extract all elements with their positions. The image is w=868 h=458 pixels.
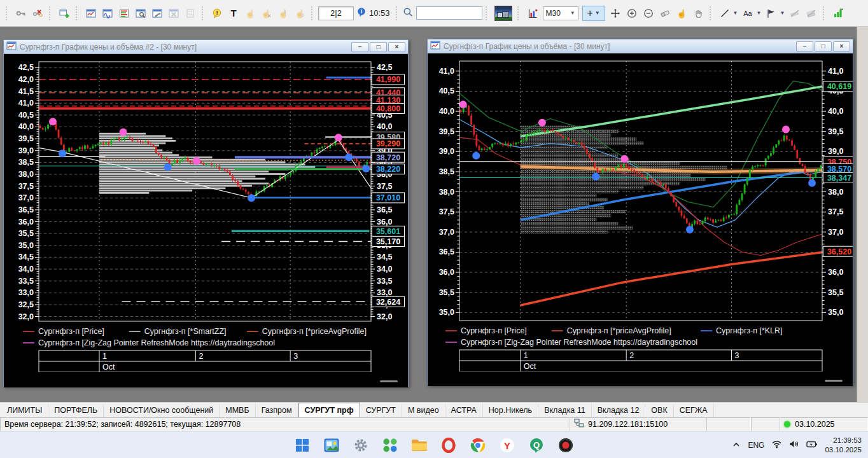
tab-газпром[interactable]: Газпром bbox=[256, 404, 298, 417]
window-titlebar[interactable]: Сургнфгз-п График цены и объёма - [30 ми… bbox=[428, 39, 853, 53]
svg-text:34,0: 34,0 bbox=[377, 265, 392, 274]
tab-сургут-прф[interactable]: СУРГУТ прф bbox=[298, 403, 360, 417]
svg-text:38,0: 38,0 bbox=[18, 170, 34, 179]
window-titlebar[interactable]: Сургнфгз-п График цены и объёма #2 - [30… bbox=[4, 40, 408, 54]
wifi-icon[interactable] bbox=[771, 440, 782, 451]
hand-point-icon[interactable]: ☝ bbox=[242, 5, 258, 22]
tab-нор.никель[interactable]: Нор.Никель bbox=[483, 404, 538, 417]
quotes-table-icon[interactable] bbox=[116, 5, 132, 22]
dropdown-arrow-icon[interactable]: ▼ bbox=[733, 10, 738, 16]
svg-text:39,0: 39,0 bbox=[18, 146, 34, 155]
minimize-button[interactable]: – bbox=[796, 41, 813, 52]
tab-вкладка-12[interactable]: Вкладка 12 bbox=[592, 404, 646, 417]
explorer-app-icon[interactable] bbox=[410, 436, 428, 454]
hand-two-icon[interactable]: ☝ bbox=[275, 5, 291, 22]
marker-tool-icon[interactable] bbox=[763, 5, 780, 22]
svg-text:2: 2 bbox=[629, 351, 634, 360]
window-edit-icon[interactable] bbox=[149, 5, 165, 22]
zoom-in-icon[interactable] bbox=[624, 5, 640, 22]
tab-м-видео[interactable]: М видео bbox=[402, 404, 445, 417]
chart-curve-window-icon[interactable] bbox=[99, 5, 116, 22]
yandex-app-icon[interactable]: Y bbox=[498, 436, 516, 454]
text-tool-icon[interactable]: T bbox=[225, 5, 242, 22]
line-tool-icon[interactable] bbox=[717, 5, 733, 22]
chrome-app-icon[interactable] bbox=[469, 436, 487, 454]
tab-ммвб[interactable]: ММВБ bbox=[220, 404, 255, 417]
key-disabled-icon[interactable] bbox=[29, 5, 46, 22]
tab-сегжа[interactable]: СЕГЖА bbox=[674, 404, 714, 417]
close-button[interactable]: × bbox=[833, 41, 850, 52]
svg-text:32,624: 32,624 bbox=[376, 298, 400, 307]
price-volume-chart[interactable]: 32,032,032,532,533,033,033,533,534,034,0… bbox=[4, 54, 407, 372]
price-volume-chart[interactable]: 35,035,035,535,536,036,036,536,537,037,0… bbox=[428, 53, 853, 371]
svg-text:40,619: 40,619 bbox=[827, 82, 851, 91]
pointer-finger-icon[interactable]: ☝ bbox=[673, 5, 690, 22]
svg-text:39,5: 39,5 bbox=[18, 134, 34, 143]
scroll-grip[interactable] bbox=[380, 380, 398, 382]
petals-app-icon[interactable] bbox=[381, 436, 399, 454]
add-indicator-button[interactable]: +▼ bbox=[582, 6, 605, 21]
zoom-out-icon[interactable] bbox=[640, 5, 657, 22]
dropdown-arrow-icon[interactable]: ▼ bbox=[780, 10, 785, 16]
toolbar-clock: i10:53 bbox=[356, 7, 390, 19]
key-icon[interactable] bbox=[13, 5, 29, 22]
tab-овк[interactable]: ОВК bbox=[645, 404, 673, 417]
svg-text:37,0: 37,0 bbox=[828, 228, 843, 237]
svg-text:35,5: 35,5 bbox=[828, 288, 843, 297]
recorder-app-icon[interactable] bbox=[557, 436, 575, 454]
tray-clock[interactable]: 21:39:53 03.10.2025 bbox=[825, 436, 862, 455]
server-time-cell: Время сервера: 21:39:52; записей: 489261… bbox=[0, 417, 570, 431]
opera-app-icon[interactable] bbox=[440, 436, 458, 454]
svg-text:40,5: 40,5 bbox=[18, 111, 34, 120]
volume-bars-icon[interactable] bbox=[830, 5, 846, 22]
hide-all-drawings-icon[interactable] bbox=[803, 5, 820, 22]
quik-app-icon[interactable]: Q bbox=[528, 436, 545, 454]
battery-icon[interactable] bbox=[806, 440, 818, 451]
add-window-icon[interactable] bbox=[56, 5, 73, 22]
svg-text:33,0: 33,0 bbox=[18, 288, 34, 297]
volume-icon[interactable] bbox=[789, 440, 799, 451]
tab-вкладка-11[interactable]: Вкладка 11 bbox=[538, 404, 592, 417]
tab-новости-окно-сообщений[interactable]: НОВОСТИ/Окно сообщений bbox=[104, 404, 220, 417]
gallery-app-icon[interactable] bbox=[323, 436, 340, 454]
maximize-button[interactable]: □ bbox=[370, 42, 387, 52]
svg-text:1: 1 bbox=[102, 352, 107, 361]
search-input[interactable] bbox=[416, 6, 482, 20]
eraser-icon[interactable] bbox=[657, 5, 673, 22]
maximize-button[interactable]: □ bbox=[815, 41, 832, 52]
tray-chevron-icon[interactable] bbox=[732, 440, 741, 451]
hide-drawings-icon[interactable] bbox=[787, 5, 803, 22]
notepad-icon[interactable] bbox=[182, 5, 199, 22]
svg-text:Сургнфгз-п [Price]: Сургнфгз-п [Price] bbox=[461, 326, 527, 335]
dropdown-arrow-icon[interactable]: ▼ bbox=[756, 10, 761, 16]
tab-сургут[interactable]: СУРГУТ bbox=[360, 404, 402, 417]
svg-text:!: ! bbox=[216, 9, 218, 16]
new-chart-icon[interactable] bbox=[524, 5, 541, 22]
search-icon[interactable] bbox=[403, 7, 413, 20]
start-icon[interactable] bbox=[293, 436, 311, 454]
hand-pan-icon[interactable] bbox=[690, 5, 706, 22]
hand-ok-icon[interactable]: ☝ bbox=[291, 5, 308, 22]
svg-text:35,5: 35,5 bbox=[18, 229, 34, 238]
settings-app-icon[interactable] bbox=[352, 436, 370, 454]
svg-text:39,5: 39,5 bbox=[828, 127, 843, 136]
font-tool-icon[interactable]: Aa bbox=[739, 5, 756, 22]
window-settings-icon[interactable] bbox=[132, 5, 149, 22]
tab-астра[interactable]: АСТРА bbox=[445, 404, 483, 417]
mdi-scrollbar[interactable] bbox=[857, 27, 868, 402]
tab-портфель[interactable]: ПОРТФЕЛЬ bbox=[48, 404, 104, 417]
window-close-icon[interactable] bbox=[165, 5, 182, 22]
hand-cancel-icon[interactable]: ☝ bbox=[258, 5, 275, 22]
tab-лимиты[interactable]: ЛИМИТЫ bbox=[1, 404, 48, 417]
desktop-picture-thumbnail[interactable] bbox=[494, 6, 512, 21]
svg-text:34,5: 34,5 bbox=[377, 253, 392, 261]
timeframe-select[interactable]: M30▼ bbox=[543, 6, 578, 20]
close-button[interactable]: × bbox=[388, 42, 405, 52]
scroll-grip[interactable] bbox=[825, 380, 843, 382]
move-tool-icon[interactable] bbox=[607, 5, 624, 22]
language-indicator[interactable]: ENG bbox=[748, 441, 764, 450]
chart-window-icon[interactable] bbox=[83, 5, 99, 22]
plus-label: + bbox=[587, 8, 592, 19]
alert-bubble-icon[interactable]: ! bbox=[209, 5, 225, 22]
minimize-button[interactable]: – bbox=[351, 42, 368, 52]
